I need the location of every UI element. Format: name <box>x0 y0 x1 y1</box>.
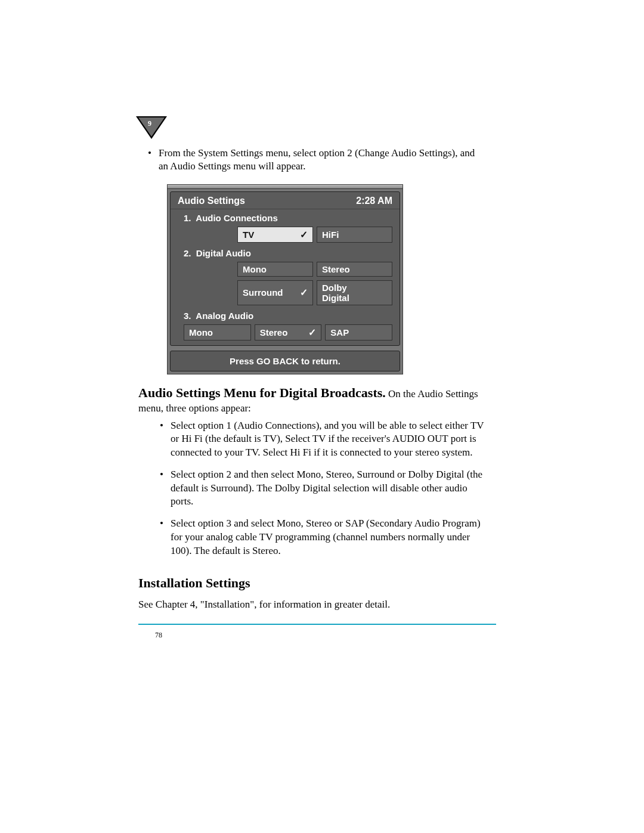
option-mono-analog[interactable]: Mono <box>184 324 251 340</box>
footer-rule <box>138 624 496 624</box>
check-icon: ✓ <box>297 287 308 298</box>
option-mono-analog-label: Mono <box>189 327 213 337</box>
section-2-row1: Mono Stereo <box>171 260 400 278</box>
check-icon: ✓ <box>305 327 316 338</box>
intro-bullet: From the System Settings menu, select op… <box>159 147 484 174</box>
panel-time: 2:28 AM <box>356 196 392 206</box>
option-mono-digital[interactable]: Mono <box>237 262 313 277</box>
option-dolby-digital[interactable]: Dolby Digital <box>317 280 392 305</box>
option-hifi[interactable]: HiFi <box>317 227 392 243</box>
option-sap-label: SAP <box>330 327 349 337</box>
section-heading: Audio Settings Menu for Digital Broadcas… <box>138 385 386 400</box>
section-2-number: 2. <box>184 248 191 258</box>
section-2-row2: Surround ✓ Dolby Digital <box>171 278 400 307</box>
section-1-label: 1. Audio Connections <box>171 209 400 225</box>
option-tv[interactable]: TV ✓ <box>237 227 313 243</box>
chapter-marker-triangle <box>136 116 167 139</box>
intro-bullet-list: From the System Settings menu, select op… <box>138 147 484 174</box>
section-3-text: Analog Audio <box>196 311 253 321</box>
content-column: From the System Settings menu, select op… <box>138 147 484 612</box>
option-stereo-analog-label: Stereo <box>260 327 288 337</box>
section-3-row: Mono Stereo ✓ SAP <box>171 323 400 345</box>
section-lead: Audio Settings Menu for Digital Broadcas… <box>138 384 484 416</box>
chapter-marker-inner <box>138 117 165 137</box>
section-1-options: TV ✓ HiFi <box>171 225 400 244</box>
section-3-number: 3. <box>184 311 191 321</box>
section-2-label: 2. Digital Audio <box>171 244 400 260</box>
screenshot-top-bezel <box>168 185 402 189</box>
option-stereo-analog[interactable]: Stereo ✓ <box>255 324 322 340</box>
section-1-number: 1. <box>184 213 191 223</box>
manual-page: 9 From the System Settings menu, select … <box>0 0 644 833</box>
panel-footer-hint: Press GO BACK to return. <box>170 351 400 371</box>
panel-title: Audio Settings <box>178 196 245 206</box>
panel-title-bar: Audio Settings 2:28 AM <box>171 192 400 209</box>
option-dolby-digital-label: Dolby Digital <box>322 283 376 303</box>
page-number: 78 <box>155 631 162 640</box>
section-1-text: Audio Connections <box>196 213 278 223</box>
detail-bullet-2: Select option 2 and then select Mono, St… <box>171 468 484 509</box>
section-2-text: Digital Audio <box>196 248 251 258</box>
audio-settings-panel: Audio Settings 2:28 AM 1. Audio Connecti… <box>170 191 400 346</box>
option-hifi-label: HiFi <box>322 230 339 240</box>
option-surround-label: Surround <box>243 287 283 298</box>
audio-settings-screenshot: Audio Settings 2:28 AM 1. Audio Connecti… <box>167 184 403 374</box>
section-3-label: 3. Analog Audio <box>171 307 400 323</box>
installation-body: See Chapter 4, "Installation", for infor… <box>138 598 484 612</box>
detail-bullet-3: Select option 3 and select Mono, Stereo … <box>171 517 484 558</box>
option-stereo-digital[interactable]: Stereo <box>317 262 392 277</box>
option-sap[interactable]: SAP <box>325 324 392 340</box>
option-stereo-digital-label: Stereo <box>322 264 350 274</box>
installation-heading: Installation Settings <box>138 575 484 591</box>
option-tv-label: TV <box>243 230 254 240</box>
check-icon: ✓ <box>297 229 308 240</box>
option-mono-digital-label: Mono <box>243 264 267 274</box>
option-surround[interactable]: Surround ✓ <box>237 280 313 305</box>
detail-bullet-list: Select option 1 (Audio Connections), and… <box>138 419 484 558</box>
detail-bullet-1: Select option 1 (Audio Connections), and… <box>171 419 484 460</box>
chapter-number: 9 <box>148 119 151 128</box>
